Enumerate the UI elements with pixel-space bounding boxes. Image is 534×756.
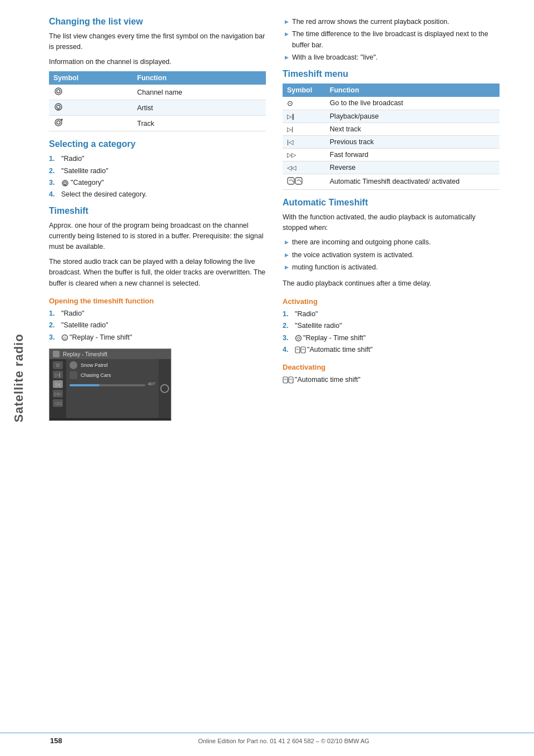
- screen-progress-fill: [70, 384, 100, 386]
- table-header-function-2: Function: [325, 84, 500, 97]
- section-timeshift-menu: Timeshift menu Symbol Function ⊙ Go to t…: [283, 69, 500, 190]
- table-cell-symbol: ▷|: [283, 122, 325, 135]
- svg-point-6: [57, 121, 60, 124]
- screen-main: Snow Patrol Chasing Cars 407: [66, 359, 159, 418]
- table-row: ▷▷ Fast forward: [283, 148, 500, 161]
- channel-name-icon: [53, 87, 63, 96]
- next-track-icon: ▷|: [287, 126, 293, 132]
- list-item: 2."Satellite radio": [49, 320, 266, 331]
- table-cell-symbol: ⊙: [283, 97, 325, 110]
- table-cell-symbol: [283, 174, 325, 189]
- screen-row-1: Snow Patrol: [70, 361, 155, 369]
- play-pause-icon: ▷∥: [287, 113, 295, 120]
- table-row: ▷| Next track: [283, 122, 500, 135]
- screen-icon-play-pause: ▷∥: [53, 371, 63, 379]
- table-header-symbol-2: Symbol: [283, 84, 325, 97]
- table-cell-function: Next track: [325, 122, 500, 135]
- symbol-function-table-1: Symbol Function Channe: [49, 71, 266, 131]
- bullet-item: With a live broadcast: "live".: [283, 52, 500, 63]
- artist-icon: [53, 102, 63, 111]
- screen-body: ⊙ ▷∥ ▷| ▷▷ ◁◁ Snow Patrol: [50, 359, 171, 418]
- fast-forward-icon: ▷▷: [287, 151, 296, 158]
- subsection-deactivating: Deactivating "Automatic time shift": [283, 363, 500, 385]
- screen-header: Replay - Timeshift: [50, 349, 171, 359]
- para-timeshift-1: Approx. one hour of the program being br…: [49, 220, 266, 253]
- screen-progress-label: 407: [148, 381, 155, 386]
- screen-row-2: Chasing Cars: [70, 371, 155, 379]
- list-item: 2."Satellite radio": [283, 321, 500, 331]
- table-cell-symbol: [49, 85, 133, 100]
- section-title-changing: Changing the list view: [49, 17, 266, 27]
- bullet-item: The time difference to the live broadcas…: [283, 29, 500, 51]
- replay-icon: ⊙: [61, 334, 68, 341]
- bullet-item: there are incoming and outgoing phone ca…: [283, 237, 500, 248]
- main-content: Changing the list view The list view cha…: [38, 0, 534, 756]
- screen-row-label-1: Snow Patrol: [81, 362, 108, 368]
- auto-timeshift-icon: [287, 176, 303, 185]
- section-title-timeshift-menu: Timeshift menu: [283, 69, 500, 79]
- list-item: 2."Satellite radio": [49, 166, 266, 176]
- table-cell-function: Automatic Timeshift deactivated/ activat…: [325, 174, 500, 189]
- screen-header-icon-1: [53, 351, 60, 357]
- section-timeshift: Timeshift Approx. one hour of the progra…: [49, 206, 266, 421]
- svg-point-0: [55, 88, 62, 95]
- svg-text:⊙: ⊙: [63, 336, 67, 341]
- table-cell-function: Fast forward: [325, 148, 500, 161]
- svg-point-3: [57, 105, 60, 109]
- table-row: ◁◁ Reverse: [283, 161, 500, 174]
- table-header-symbol-1: Symbol: [49, 71, 133, 85]
- para-timeshift-2: The stored audio track can be played wit…: [49, 257, 266, 289]
- list-item: 3. "Replay - Time shift": [283, 333, 500, 343]
- table-header-function-1: Function: [133, 71, 266, 85]
- table-cell-symbol: [49, 100, 133, 116]
- screen-right: [159, 359, 171, 418]
- screen-left-icons: ⊙ ▷∥ ▷| ▷▷ ◁◁: [50, 359, 66, 418]
- svg-point-1: [57, 90, 60, 93]
- table-cell-function: Reverse: [325, 161, 500, 174]
- live-broadcast-icon: ⊙: [287, 99, 293, 107]
- section-auto-timeshift: Automatic Timeshift With the function ac…: [283, 198, 500, 386]
- page-number: 158: [50, 737, 78, 745]
- table-row: Track: [49, 116, 266, 131]
- table-cell-symbol: ▷▷: [283, 148, 325, 161]
- table-cell-symbol: [49, 116, 133, 131]
- sidebar: Satellite radio: [0, 0, 38, 756]
- para-auto-timeshift-1: With the function activated, the audio p…: [283, 212, 500, 234]
- screen-icon-next: ▷|: [53, 380, 63, 388]
- category-icon: [61, 179, 69, 187]
- section-title-auto-timeshift: Automatic Timeshift: [283, 198, 500, 208]
- table-row: Automatic Timeshift deactivated/ activat…: [283, 174, 500, 189]
- sidebar-label: Satellite radio: [12, 333, 26, 422]
- screen-row-icon-1: [70, 361, 77, 369]
- svg-rect-20: [301, 347, 305, 353]
- screen-row-icon-2: [70, 371, 77, 379]
- screen-icon-ff: ▷▷: [53, 390, 63, 397]
- bullet-item: the voice activation system is activated…: [283, 250, 500, 261]
- subsection-opening-timeshift: Opening the timeshift function 1."Radio"…: [49, 297, 266, 343]
- screen-progress-row: 407: [70, 381, 155, 386]
- para-auto-timeshift-2: The audio playback continues after a tim…: [283, 278, 500, 289]
- top-bullet-list: The red arrow shows the current playback…: [283, 17, 500, 63]
- svg-rect-21: [283, 377, 288, 383]
- table-cell-function: Track: [133, 116, 266, 131]
- subsection-title-opening: Opening the timeshift function: [49, 297, 266, 305]
- subsection-title-deactivating: Deactivating: [283, 363, 500, 371]
- svg-point-5: [55, 119, 62, 126]
- svg-rect-16: [295, 178, 302, 184]
- table-row: ▷∥ Playback/pause: [283, 110, 500, 122]
- footer-text: Online Edition for Part no. 01 41 2 604 …: [78, 738, 490, 744]
- section-changing-list-view: Changing the list view The list view cha…: [49, 17, 266, 131]
- auto-timeshift-bullet-list: there are incoming and outgoing phone ca…: [283, 237, 500, 273]
- list-item: 1."Radio": [49, 308, 266, 319]
- left-column: Changing the list view The list view cha…: [49, 17, 266, 739]
- table-cell-function: Channel name: [133, 85, 266, 100]
- svg-rect-19: [295, 347, 300, 353]
- timeshift-menu-table: Symbol Function ⊙ Go to the live broadca…: [283, 84, 500, 190]
- svg-point-2: [55, 104, 62, 110]
- table-row: Artist: [49, 100, 266, 116]
- table-cell-symbol: ◁◁: [283, 161, 325, 174]
- screen-right-circle: [160, 384, 169, 393]
- opening-timeshift-list: 1."Radio" 2."Satellite radio" 3. ⊙ "Repl…: [49, 308, 266, 343]
- page-footer: 158 Online Edition for Part no. 01 41 2 …: [0, 733, 534, 745]
- svg-rect-15: [288, 178, 294, 184]
